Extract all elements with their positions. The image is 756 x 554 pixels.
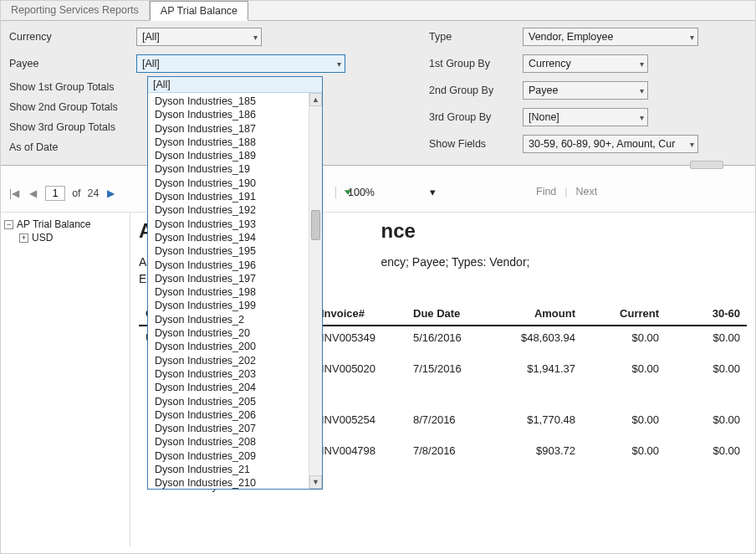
dropdown-item[interactable]: Dyson Industries_195 bbox=[148, 244, 322, 258]
dropdown-scrollbar[interactable]: ▲ ▼ bbox=[309, 93, 322, 489]
tab-ap-trial-balance[interactable]: AP Trial Balance bbox=[150, 1, 248, 21]
chevron-down-icon: ▾ bbox=[640, 113, 644, 122]
dropdown-item[interactable]: Dyson Industries_204 bbox=[148, 381, 322, 394]
label-show1: Show 1st Group Totals bbox=[9, 81, 126, 93]
cell-3060: $0.00 bbox=[666, 431, 747, 474]
col-current: Current bbox=[582, 302, 666, 326]
dropdown-item[interactable]: Dyson Industries_208 bbox=[148, 435, 322, 449]
combo-g1-value: Currency bbox=[529, 58, 571, 69]
dropdown-list[interactable]: Dyson Industries_185Dyson Industries_186… bbox=[148, 93, 322, 489]
label-currency: Currency bbox=[9, 31, 126, 43]
scroll-up-icon[interactable]: ▲ bbox=[309, 93, 322, 106]
tab-reporting[interactable]: Reporting Services Reports bbox=[1, 1, 150, 20]
parameters-panel: Currency [All] ▾ Payee [All] ▾ Show 1st … bbox=[1, 21, 755, 166]
tree-root[interactable]: − AP Trial Balance bbox=[4, 218, 126, 231]
cell-current: $0.00 bbox=[582, 326, 666, 349]
chevron-down-icon: ▾ bbox=[690, 140, 694, 149]
col-3060: 30-60 bbox=[666, 302, 747, 326]
dropdown-item[interactable]: Dyson Industries_185 bbox=[148, 95, 322, 108]
cell-3060: $0.00 bbox=[666, 349, 747, 380]
dropdown-item[interactable]: Dyson Industries_186 bbox=[148, 108, 322, 121]
dropdown-item[interactable]: Dyson Industries_193 bbox=[148, 218, 322, 231]
dropdown-item[interactable]: Dyson Industries_196 bbox=[148, 259, 322, 272]
dropdown-item[interactable]: Dyson Industries_209 bbox=[148, 449, 322, 463]
dropdown-item[interactable]: Dyson Industries_190 bbox=[148, 177, 322, 190]
chevron-down-icon: ▾ bbox=[430, 186, 436, 198]
dropdown-item[interactable]: Dyson Industries_194 bbox=[148, 231, 322, 244]
combo-g2-value: Payee bbox=[529, 85, 558, 96]
dropdown-item[interactable]: Dyson Industries_206 bbox=[148, 408, 322, 422]
dropdown-item[interactable]: Dyson Industries_188 bbox=[148, 136, 322, 149]
cell-due: 7/8/2016 bbox=[406, 431, 490, 474]
zoom-control[interactable]: 100% ▾ bbox=[335, 186, 436, 198]
dropdown-item[interactable]: Dyson Industries_187 bbox=[148, 122, 322, 136]
col-amount: Amount bbox=[490, 302, 582, 326]
combo-type-value: Vendor, Employee bbox=[529, 31, 613, 43]
combo-g3[interactable]: [None] ▾ bbox=[523, 108, 648, 126]
collapse-icon[interactable]: − bbox=[4, 220, 13, 229]
cell-amount: $1,770.48 bbox=[490, 400, 582, 431]
first-page-button[interactable]: |◀ bbox=[8, 187, 21, 199]
label-show3: Show 3rd Group Totals bbox=[9, 121, 126, 133]
cell-current: $0.00 bbox=[582, 431, 666, 474]
label-show2: Show 2nd Group Totals bbox=[9, 101, 126, 113]
dropdown-item[interactable]: Dyson Industries_189 bbox=[148, 149, 322, 162]
dropdown-item[interactable]: Dyson Industries_20 bbox=[148, 326, 322, 340]
expand-icon[interactable]: + bbox=[19, 233, 28, 243]
combo-g2[interactable]: Payee ▾ bbox=[523, 81, 648, 100]
cell-invoice: INV005020 bbox=[314, 349, 406, 380]
cell-invoice: INV005349 bbox=[314, 326, 406, 349]
combo-g3-value: [None] bbox=[529, 111, 559, 123]
dropdown-item[interactable]: Dyson Industries_202 bbox=[148, 354, 322, 367]
tree-child-label: USD bbox=[32, 232, 53, 244]
dropdown-item[interactable]: Dyson Industries_197 bbox=[148, 272, 322, 285]
label-g2: 2nd Group By bbox=[429, 85, 513, 96]
cell-amount: $48,603.94 bbox=[490, 326, 582, 349]
combo-type[interactable]: Vendor, Employee ▾ bbox=[523, 28, 698, 46]
tree-child[interactable]: + USD bbox=[4, 231, 126, 244]
dropdown-item[interactable]: Dyson Industries_198 bbox=[148, 285, 322, 299]
pager-of-label: of bbox=[72, 187, 80, 199]
cell-current: $0.00 bbox=[582, 400, 666, 431]
divider: | bbox=[564, 186, 567, 197]
splitter-grip[interactable] bbox=[690, 161, 723, 169]
label-g1: 1st Group By bbox=[429, 58, 513, 69]
dropdown-header[interactable]: [All] bbox=[148, 77, 322, 93]
dropdown-item[interactable]: Dyson Industries_200 bbox=[148, 340, 322, 353]
combo-g1[interactable]: Currency ▾ bbox=[523, 54, 648, 73]
title-frag2: nce bbox=[381, 219, 415, 242]
dropdown-item[interactable]: Dyson Industries_19 bbox=[148, 162, 322, 176]
document-map: − AP Trial Balance + USD bbox=[1, 213, 130, 546]
dropdown-item[interactable]: Dyson Industries_21 bbox=[148, 463, 322, 476]
dropdown-item[interactable]: Dyson Industries_192 bbox=[148, 203, 322, 217]
dropdown-item[interactable]: Dyson Industries_205 bbox=[148, 395, 322, 408]
next-button[interactable]: Next bbox=[576, 186, 598, 197]
sub-frag2: ency; Payee; Types: Vendor; bbox=[381, 255, 529, 269]
cell-invoice: INV005254 bbox=[314, 400, 406, 431]
dropdown-item[interactable]: Dyson Industries_210 bbox=[148, 476, 322, 489]
cell-due: 8/7/2016 bbox=[406, 400, 490, 431]
dropdown-item[interactable]: Dyson Industries_2 bbox=[148, 313, 322, 326]
next-page-button[interactable]: ▶ bbox=[105, 187, 116, 199]
find-button[interactable]: Find bbox=[536, 186, 556, 197]
dropdown-item[interactable]: Dyson Industries_203 bbox=[148, 367, 322, 381]
page-input[interactable] bbox=[45, 186, 65, 201]
scroll-down-icon[interactable]: ▼ bbox=[309, 475, 322, 489]
combo-currency[interactable]: [All] ▾ bbox=[136, 28, 262, 46]
dropdown-item[interactable]: Dyson Industries_199 bbox=[148, 299, 322, 312]
chevron-down-icon: ▾ bbox=[253, 33, 258, 42]
tab-bar: Reporting Services Reports AP Trial Bala… bbox=[1, 1, 755, 21]
cell-due: 5/16/2016 bbox=[406, 326, 490, 349]
combo-fields[interactable]: 30-59, 60-89, 90+, Amount, Cur ▾ bbox=[523, 135, 698, 153]
chevron-down-icon: ▾ bbox=[640, 59, 644, 69]
cell-current: $0.00 bbox=[582, 349, 666, 380]
combo-payee[interactable]: [All] ▾ bbox=[136, 54, 345, 73]
combo-payee-value: [All] bbox=[142, 58, 160, 69]
label-asof: As of Date bbox=[9, 141, 126, 153]
scroll-thumb[interactable] bbox=[311, 210, 320, 240]
payee-dropdown[interactable]: [All] Dyson Industries_185Dyson Industri… bbox=[147, 76, 323, 490]
dropdown-item[interactable]: Dyson Industries_191 bbox=[148, 190, 322, 203]
zoom-value: 100% bbox=[335, 187, 375, 198]
prev-page-button[interactable]: ◀ bbox=[28, 187, 38, 199]
dropdown-item[interactable]: Dyson Industries_207 bbox=[148, 422, 322, 435]
